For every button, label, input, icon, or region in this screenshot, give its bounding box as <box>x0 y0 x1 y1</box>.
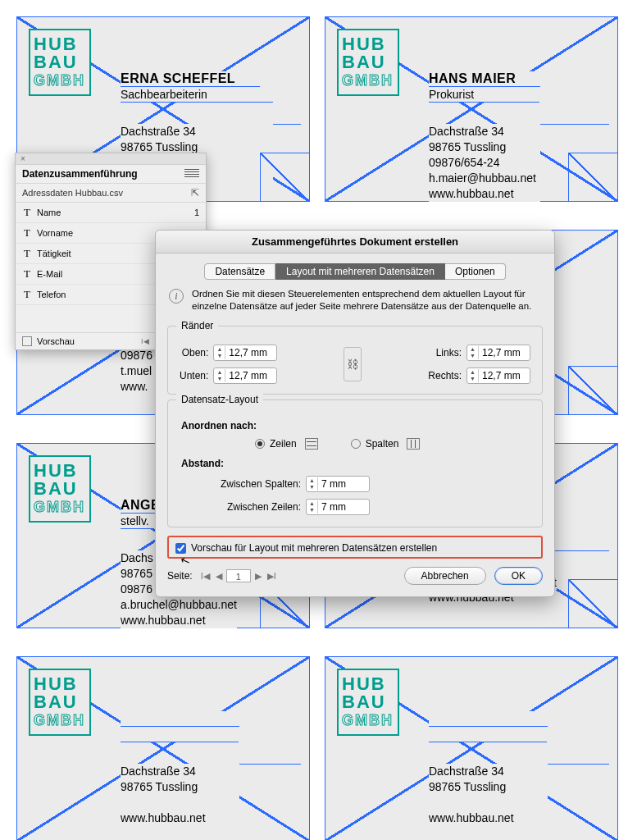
card-name-empty <box>429 711 548 727</box>
col-gap-input[interactable]: ▲▼ <box>306 476 370 492</box>
field-label: E-Mail <box>37 269 62 279</box>
page-field[interactable]: 1 <box>226 569 251 582</box>
row-gap-value[interactable] <box>318 500 369 514</box>
panel-close-button[interactable]: × <box>16 153 206 165</box>
step-down-icon[interactable]: ▼ <box>214 353 225 359</box>
card-phone: 09876/654-24 <box>429 155 499 171</box>
step-up-icon[interactable]: ▲ <box>214 369 225 376</box>
card-addr1: Dachstraße 34 <box>121 124 196 139</box>
card-email: h.maier@hubbau.net <box>429 171 536 186</box>
margin-left-value[interactable] <box>479 345 530 360</box>
card-web: www.hubbau.net <box>121 613 206 628</box>
field-label: Name <box>37 208 61 217</box>
logo-l1: HUB <box>34 462 86 480</box>
last-page-icon[interactable]: ▶I <box>266 571 278 582</box>
logo-l1: HUB <box>342 675 394 693</box>
margin-top-value[interactable] <box>225 345 276 360</box>
panel-menu-icon[interactable] <box>184 169 199 179</box>
card-web: www.hubbau.net <box>429 186 514 202</box>
layout-group: Datensatz-Layout Anordnen nach: Zeilen S… <box>167 399 543 527</box>
step-up-icon[interactable]: ▲ <box>214 346 225 353</box>
link-margins-icon[interactable]: ⛓ <box>344 347 362 381</box>
text-field-icon: T <box>22 226 32 240</box>
margin-top-input[interactable]: ▲▼ <box>213 345 277 361</box>
step-down-icon[interactable]: ▼ <box>307 507 317 514</box>
logo-l2: BAU <box>34 53 86 71</box>
margin-bottom-value[interactable] <box>225 368 276 383</box>
logo-l1: HUB <box>342 35 394 53</box>
step-down-icon[interactable]: ▼ <box>214 376 225 382</box>
field-label: Telefon <box>37 290 66 299</box>
card-web: www. <box>121 379 148 395</box>
preview-checkbox[interactable] <box>22 336 32 346</box>
card-addr2: 98765 Tussling <box>429 779 506 795</box>
card-web: www.hubbau.net <box>121 810 206 826</box>
logo: HUB BAU GMBH <box>29 455 91 523</box>
step-up-icon[interactable]: ▲ <box>467 346 478 353</box>
margin-bottom-input[interactable]: ▲▼ <box>213 368 277 384</box>
field-label: Tätigkeit <box>37 249 71 258</box>
next-page-icon[interactable]: ▶ <box>253 571 263 582</box>
cursor-icon: ↖ <box>179 552 193 568</box>
margin-bottom-label: Unten: <box>180 370 208 381</box>
logo-l3: GMBH <box>342 711 394 729</box>
radio-cols[interactable]: Spalten <box>351 438 421 450</box>
card-name-empty <box>121 711 239 727</box>
text-field-icon: T <box>22 247 32 260</box>
col-gap-value[interactable] <box>318 477 369 491</box>
dialog-title: Zusammengeführtes Dokument erstellen <box>156 231 554 253</box>
tab-options[interactable]: Optionen <box>445 263 506 280</box>
seite-label: Seite: <box>167 570 193 582</box>
spacing-label: Abstand: <box>181 458 529 469</box>
text-field-icon: T <box>22 267 32 281</box>
field-row[interactable]: TName 1 <box>16 203 206 223</box>
margin-right-value[interactable] <box>479 368 530 383</box>
first-page-icon[interactable]: I◀ <box>199 571 212 582</box>
step-down-icon[interactable]: ▼ <box>467 353 478 359</box>
step-down-icon[interactable]: ▼ <box>467 376 478 382</box>
cols-icon <box>407 438 420 450</box>
step-up-icon[interactable]: ▲ <box>467 369 478 376</box>
card-role: Sachbearbeiterin <box>121 87 273 103</box>
margin-right-input[interactable]: ▲▼ <box>466 368 530 384</box>
col-gap-label: Zwischen Spalten: <box>203 478 301 490</box>
card-name: ERNA SCHEFFEL <box>121 71 260 87</box>
tab-layout[interactable]: Layout mit mehreren Datensätzen <box>275 263 445 280</box>
data-source-icon[interactable]: ⇱ <box>191 187 199 199</box>
ok-button[interactable]: OK <box>494 567 543 585</box>
preview-layout-highlight: ↖ Vorschau für Layout mit mehreren Daten… <box>167 536 543 559</box>
preview-label: Vorschau <box>37 336 75 346</box>
step-up-icon[interactable]: ▲ <box>307 500 317 507</box>
first-icon[interactable]: I◀ <box>139 337 152 345</box>
card-name: HANS MAIER <box>429 71 540 87</box>
radio-rows[interactable]: Zeilen <box>255 438 318 450</box>
logo: HUB BAU GMBH <box>29 29 91 96</box>
prev-page-icon[interactable]: ◀ <box>214 571 224 582</box>
card-addr2: 98765 Tussling <box>121 779 198 795</box>
preview-layout-checkbox[interactable] <box>175 543 186 554</box>
margins-group: Ränder Oben: ▲▼ Unten: ▲▼ <box>167 326 543 395</box>
card-addr2: 98765 Tussling <box>429 139 506 155</box>
margin-left-input[interactable]: ▲▼ <box>466 345 530 361</box>
row-gap-label: Zwischen Zeilen: <box>203 501 301 513</box>
card-role-empty <box>429 727 547 742</box>
card-role-empty <box>121 727 239 742</box>
card-phone-frag: 09876 <box>121 582 152 597</box>
tab-records[interactable]: Datensätze <box>204 263 275 280</box>
logo-l3: GMBH <box>34 711 86 729</box>
card-corner <box>568 153 617 202</box>
card-corner <box>260 153 309 202</box>
cancel-button[interactable]: Abbrechen <box>404 567 486 585</box>
step-down-icon[interactable]: ▼ <box>307 484 317 491</box>
card-web: www.hubbau.net <box>429 810 514 826</box>
card-addr1: Dachstraße 34 <box>429 764 504 779</box>
radio-rows-label: Zeilen <box>270 438 297 450</box>
layout-legend: Datensatz-Layout <box>176 394 263 405</box>
logo: HUB BAU GMBH <box>29 669 91 736</box>
card-addr1: Dachstraße 34 <box>121 764 196 779</box>
logo: HUB BAU GMBH <box>337 669 399 736</box>
card-role: Prokurist <box>429 87 539 103</box>
margin-right-label: Rechts: <box>428 370 462 381</box>
row-gap-input[interactable]: ▲▼ <box>306 499 370 515</box>
step-up-icon[interactable]: ▲ <box>307 477 317 484</box>
